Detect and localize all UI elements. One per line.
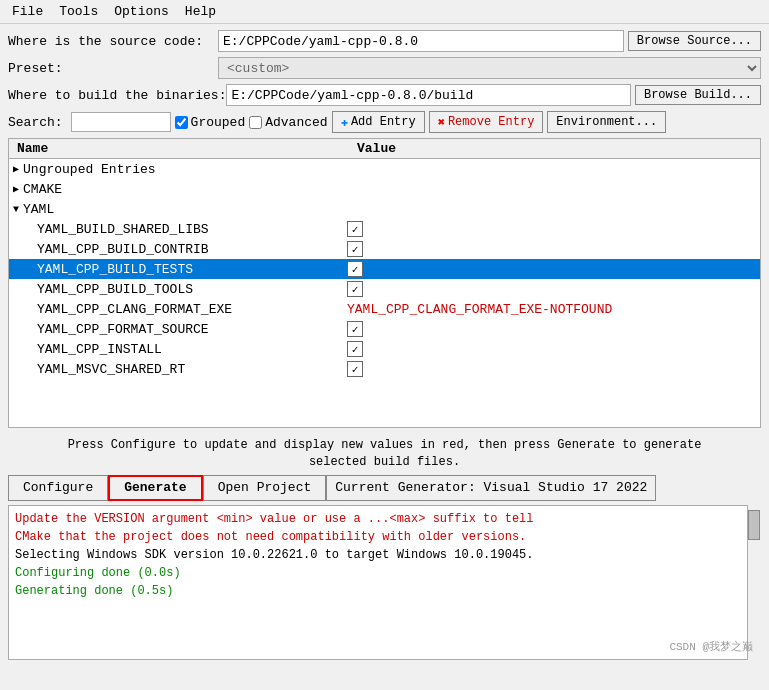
table-row[interactable]: YAML_CPP_BUILD_TESTS bbox=[9, 259, 760, 279]
x-icon: ✖ bbox=[438, 115, 445, 130]
col-name-header: Name bbox=[13, 141, 353, 156]
grouped-checkbox[interactable] bbox=[175, 116, 188, 129]
checkbox-cell[interactable] bbox=[347, 321, 363, 337]
source-input[interactable] bbox=[218, 30, 624, 52]
toolbar-row: Search: Grouped Advanced ✚ Add Entry ✖ R… bbox=[8, 111, 761, 133]
open-project-button[interactable]: Open Project bbox=[203, 475, 327, 501]
build-row: Where to build the binaries: Browse Buil… bbox=[8, 84, 761, 106]
browse-source-button[interactable]: Browse Source... bbox=[628, 31, 761, 51]
scroll-thumb[interactable] bbox=[748, 510, 760, 540]
status-line: selected build files. bbox=[28, 454, 741, 471]
checkbox-cell[interactable] bbox=[347, 341, 363, 357]
table-row[interactable]: YAML_CPP_BUILD_TOOLS bbox=[9, 279, 760, 299]
row-name: YAML_CPP_FORMAT_SOURCE bbox=[37, 322, 347, 337]
section-arrow: ▶ bbox=[13, 183, 19, 195]
checkbox-cell[interactable] bbox=[347, 281, 363, 297]
menu-help[interactable]: Help bbox=[177, 2, 224, 21]
output-line: Update the VERSION argument <min> value … bbox=[15, 510, 742, 528]
watermark: CSDN @我梦之巅 bbox=[669, 639, 753, 654]
output-scrollbar[interactable] bbox=[747, 505, 761, 660]
checkbox-cell[interactable] bbox=[347, 221, 363, 237]
table-header: Name Value bbox=[9, 139, 760, 159]
row-name: YAML_CPP_CLANG_FORMAT_EXE bbox=[37, 302, 347, 317]
section-label: YAML bbox=[23, 202, 54, 217]
row-name: YAML_BUILD_SHARED_LIBS bbox=[37, 222, 347, 237]
environment-button[interactable]: Environment... bbox=[547, 111, 666, 133]
table-row[interactable]: YAML_CPP_CLANG_FORMAT_EXEYAML_CPP_CLANG_… bbox=[9, 299, 760, 319]
preset-label: Preset: bbox=[8, 61, 218, 76]
button-row: Configure Generate Open Project Current … bbox=[8, 475, 761, 501]
output-area[interactable]: Update the VERSION argument <min> value … bbox=[8, 505, 761, 660]
menu-tools[interactable]: Tools bbox=[51, 2, 106, 21]
row-name: YAML_MSVC_SHARED_RT bbox=[37, 362, 347, 377]
generate-button[interactable]: Generate bbox=[108, 475, 202, 501]
add-entry-label: Add Entry bbox=[351, 115, 416, 129]
output-container: Update the VERSION argument <min> value … bbox=[8, 505, 761, 660]
table-row[interactable]: YAML_CPP_BUILD_CONTRIB bbox=[9, 239, 760, 259]
build-input[interactable] bbox=[226, 84, 631, 106]
advanced-checkbox-label[interactable]: Advanced bbox=[249, 115, 327, 130]
grouped-label: Grouped bbox=[191, 115, 246, 130]
section-label: Ungrouped Entries bbox=[23, 162, 156, 177]
output-line: Selecting Windows SDK version 10.0.22621… bbox=[15, 546, 742, 564]
table-row[interactable]: YAML_MSVC_SHARED_RT bbox=[9, 359, 760, 379]
section-header-yaml[interactable]: ▼YAML bbox=[9, 199, 760, 219]
plus-icon: ✚ bbox=[341, 115, 348, 130]
output-line: Generating done (0.5s) bbox=[15, 582, 742, 600]
status-text: Press Configure to update and display ne… bbox=[8, 433, 761, 475]
section-header-cmake[interactable]: ▶CMAKE bbox=[9, 179, 760, 199]
remove-entry-button[interactable]: ✖ Remove Entry bbox=[429, 111, 544, 133]
add-entry-button[interactable]: ✚ Add Entry bbox=[332, 111, 425, 133]
advanced-checkbox[interactable] bbox=[249, 116, 262, 129]
row-name: YAML_CPP_BUILD_TESTS bbox=[37, 262, 347, 277]
menu-file[interactable]: File bbox=[4, 2, 51, 21]
checkbox-cell[interactable] bbox=[347, 241, 363, 257]
row-name: YAML_CPP_BUILD_CONTRIB bbox=[37, 242, 347, 257]
row-name: YAML_CPP_INSTALL bbox=[37, 342, 347, 357]
configure-button[interactable]: Configure bbox=[8, 475, 108, 501]
main-area: Where is the source code: Browse Source.… bbox=[0, 24, 769, 666]
output-line: Configuring done (0.0s) bbox=[15, 564, 742, 582]
menu-bar: File Tools Options Help bbox=[0, 0, 769, 24]
search-label: Search: bbox=[8, 115, 63, 130]
checkbox-cell[interactable] bbox=[347, 261, 363, 277]
source-label: Where is the source code: bbox=[8, 34, 218, 49]
search-input[interactable] bbox=[71, 112, 171, 132]
table-row[interactable]: YAML_CPP_FORMAT_SOURCE bbox=[9, 319, 760, 339]
remove-entry-label: Remove Entry bbox=[448, 115, 534, 129]
browse-build-button[interactable]: Browse Build... bbox=[635, 85, 761, 105]
section-label: CMAKE bbox=[23, 182, 62, 197]
preset-row: Preset: <custom> bbox=[8, 57, 761, 79]
advanced-label: Advanced bbox=[265, 115, 327, 130]
row-value: YAML_CPP_CLANG_FORMAT_EXE-NOTFOUND bbox=[347, 302, 756, 317]
col-value-header: Value bbox=[353, 141, 756, 156]
checkbox-cell[interactable] bbox=[347, 361, 363, 377]
build-label: Where to build the binaries: bbox=[8, 88, 226, 103]
table-row[interactable]: YAML_CPP_INSTALL bbox=[9, 339, 760, 359]
section-arrow: ▶ bbox=[13, 163, 19, 175]
source-row: Where is the source code: Browse Source.… bbox=[8, 30, 761, 52]
status-line: Press Configure to update and display ne… bbox=[28, 437, 741, 454]
row-name: YAML_CPP_BUILD_TOOLS bbox=[37, 282, 347, 297]
cmake-table: Name Value ▶Ungrouped Entries▶CMAKE▼YAML… bbox=[8, 138, 761, 428]
table-body: ▶Ungrouped Entries▶CMAKE▼YAMLYAML_BUILD_… bbox=[9, 159, 760, 379]
table-row[interactable]: YAML_BUILD_SHARED_LIBS bbox=[9, 219, 760, 239]
section-arrow: ▼ bbox=[13, 204, 19, 215]
env-label: Environment... bbox=[556, 115, 657, 129]
output-line: CMake that the project does not need com… bbox=[15, 528, 742, 546]
generator-label: Current Generator: Visual Studio 17 2022 bbox=[326, 475, 656, 501]
menu-options[interactable]: Options bbox=[106, 2, 177, 21]
grouped-checkbox-label[interactable]: Grouped bbox=[175, 115, 246, 130]
section-header-ungrouped entries[interactable]: ▶Ungrouped Entries bbox=[9, 159, 760, 179]
preset-select[interactable]: <custom> bbox=[218, 57, 761, 79]
